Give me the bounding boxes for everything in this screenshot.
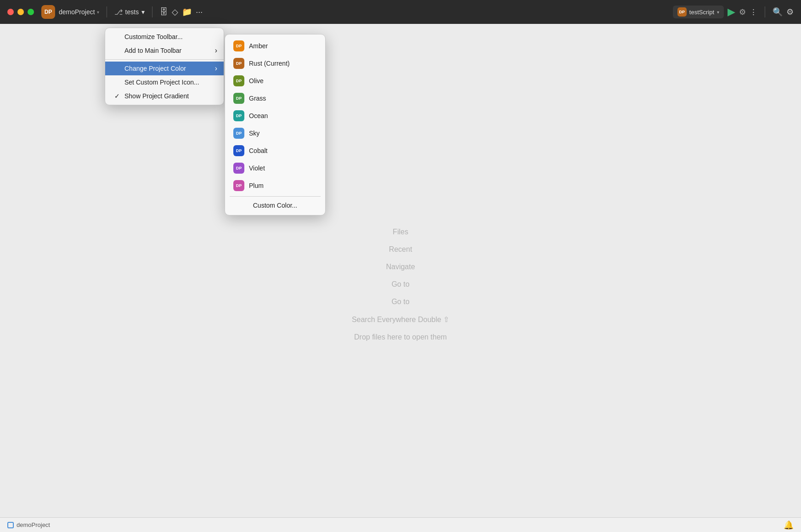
color-item-custom[interactable]: Custom Color... xyxy=(225,198,325,212)
color-badge-amber: DP xyxy=(233,40,244,51)
hint-goto2: Go to xyxy=(391,298,409,306)
menu-item-customize-toolbar-label: Customize Toolbar... xyxy=(124,33,183,40)
color-item-violet[interactable]: DP Violet xyxy=(225,159,325,177)
color-label-ocean: Ocean xyxy=(249,112,268,119)
titlebar-separator3 xyxy=(765,6,765,17)
notification-bell-icon[interactable]: 🔔 xyxy=(784,520,794,530)
status-project[interactable]: demoProject xyxy=(7,521,50,528)
debug-icon[interactable]: ⚙ xyxy=(739,7,746,17)
titlebar-separator xyxy=(107,6,107,17)
color-badge-rust: DP xyxy=(233,58,244,69)
status-project-icon xyxy=(7,522,14,528)
branch-icon: ⎇ xyxy=(114,8,123,17)
hint-drop: Drop files here to open them xyxy=(354,333,447,341)
settings-icon[interactable]: ⚙ xyxy=(786,7,794,17)
color-label-plum: Plum xyxy=(249,182,264,189)
color-label-grass: Grass xyxy=(249,95,266,102)
context-menu[interactable]: Customize Toolbar... Add to Main Toolbar… xyxy=(105,28,224,105)
menu-item-show-gradient[interactable]: ✓ Show Project Gradient xyxy=(105,89,224,103)
color-item-plum[interactable]: DP Plum xyxy=(225,177,325,194)
color-badge-violet: DP xyxy=(233,163,244,174)
statusbar: demoProject 🔔 xyxy=(0,517,801,532)
menu-item-change-project-color[interactable]: Change Project Color DP Amber DP Rust (C… xyxy=(105,62,224,75)
color-item-olive[interactable]: DP Olive xyxy=(225,72,325,90)
color-label-amber: Amber xyxy=(249,42,268,50)
run-config-badge: DP xyxy=(677,7,687,17)
run-config-chevron-icon: ▾ xyxy=(717,10,719,15)
hint-files: Files xyxy=(393,228,408,236)
project-chevron-icon: ▾ xyxy=(97,10,99,15)
more-run-options-icon[interactable]: ⋮ xyxy=(750,7,757,17)
menu-item-set-custom-icon[interactable]: Set Custom Project Icon... xyxy=(105,75,224,89)
color-item-rust[interactable]: DP Rust (Current) xyxy=(225,55,325,72)
run-targets-icon[interactable]: ◇ xyxy=(172,7,178,17)
color-badge-ocean: DP xyxy=(233,110,244,121)
checkmark-show-gradient: ✓ xyxy=(113,92,121,100)
color-label-rust: Rust (Current) xyxy=(249,60,290,67)
project-name-button[interactable]: demoProject ▾ xyxy=(59,8,99,16)
color-badge-plum: DP xyxy=(233,180,244,191)
run-config-selector[interactable]: DP testScript ▾ xyxy=(673,6,724,18)
menu-item-customize-toolbar[interactable]: Customize Toolbar... xyxy=(105,30,224,44)
color-label-olive: Olive xyxy=(249,77,264,85)
hint-search: Search Everywhere Double ⇧ xyxy=(352,315,449,324)
search-everywhere-icon[interactable]: 🔍 xyxy=(773,7,783,17)
color-menu-separator xyxy=(230,196,321,197)
database-icon[interactable]: 🗄 xyxy=(160,7,168,17)
color-submenu[interactable]: DP Amber DP Rust (Current) DP Olive DP G… xyxy=(225,34,326,215)
close-button[interactable] xyxy=(7,9,14,15)
menu-item-add-toolbar-label: Add to Main Toolbar xyxy=(124,47,181,54)
color-item-cobalt[interactable]: DP Cobalt xyxy=(225,142,325,159)
custom-color-label: Custom Color... xyxy=(253,202,297,209)
more-actions-icon[interactable]: ··· xyxy=(196,7,203,17)
menu-item-change-color-label: Change Project Color xyxy=(124,65,186,72)
color-badge-grass: DP xyxy=(233,93,244,104)
branch-selector[interactable]: ⎇ tests ▾ xyxy=(114,8,145,17)
color-badge-cobalt: DP xyxy=(233,145,244,156)
status-project-name: demoProject xyxy=(17,521,50,528)
titlebar-separator2 xyxy=(152,6,152,17)
maximize-button[interactable] xyxy=(28,9,34,15)
color-item-grass[interactable]: DP Grass xyxy=(225,90,325,107)
run-config-name: testScript xyxy=(689,9,714,16)
menu-item-add-to-main-toolbar[interactable]: Add to Main Toolbar xyxy=(105,44,224,57)
color-badge-olive: DP xyxy=(233,75,244,86)
project-badge: DP xyxy=(41,5,55,19)
menu-separator-1 xyxy=(105,59,224,60)
color-item-amber[interactable]: DP Amber xyxy=(225,37,325,55)
branch-chevron-icon: ▾ xyxy=(141,8,145,16)
menu-item-gradient-label: Show Project Gradient xyxy=(124,92,189,100)
hints-container: Files Recent Navigate Go to Go to Search… xyxy=(352,228,449,341)
color-label-violet: Violet xyxy=(249,164,265,172)
traffic-lights xyxy=(7,9,34,15)
titlebar: DP demoProject ▾ ⎇ tests ▾ 🗄 ◇ 📁 ··· DP … xyxy=(0,0,801,24)
run-button[interactable]: ▶ xyxy=(728,6,735,18)
hint-recent: Recent xyxy=(389,245,412,254)
color-badge-sky: DP xyxy=(233,128,244,139)
color-item-ocean[interactable]: DP Ocean xyxy=(225,107,325,125)
hint-navigate: Navigate xyxy=(386,263,415,271)
color-item-sky[interactable]: DP Sky xyxy=(225,125,325,142)
color-label-sky: Sky xyxy=(249,130,259,137)
color-label-cobalt: Cobalt xyxy=(249,147,267,154)
hint-goto1: Go to xyxy=(391,280,409,289)
folder-icon[interactable]: 📁 xyxy=(182,7,192,17)
minimize-button[interactable] xyxy=(17,9,24,15)
menu-item-set-icon-label: Set Custom Project Icon... xyxy=(124,79,199,86)
